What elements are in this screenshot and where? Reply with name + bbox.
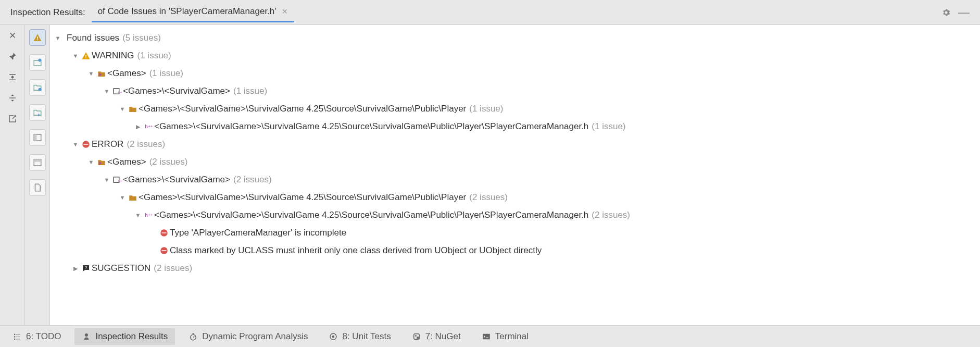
chevron-right-icon[interactable]: ▶: [133, 123, 143, 130]
folder-icon: [127, 193, 139, 202]
todo-icon: [12, 332, 22, 341]
chevron-right-icon[interactable]: ▶: [71, 265, 80, 272]
tree-row[interactable]: Class marked by UCLASS must inherit only…: [53, 242, 980, 259]
terminal-icon: [482, 332, 491, 341]
cpp-module-icon: ++: [111, 175, 123, 184]
tree-row[interactable]: Type 'APlayerCameraManager' is incomplet…: [53, 224, 980, 242]
tree-count: (1 issue): [233, 86, 267, 96]
tree-count: (2 issues): [592, 210, 630, 220]
file-icon[interactable]: [29, 179, 46, 196]
tree-label: <Games>\<SurvivalGame>\SurvivalGame 4.25…: [154, 210, 588, 220]
close-icon[interactable]: ✕: [5, 29, 20, 42]
footer-label: Dynamic Program Analysis: [202, 331, 308, 342]
root-label: Found issues: [67, 33, 119, 43]
svg-rect-6: [34, 134, 36, 141]
svg-line-29: [193, 336, 194, 337]
svg-rect-0: [37, 37, 38, 39]
chevron-down-icon[interactable]: ▼: [118, 194, 127, 201]
footer-mnemonic: 7: [425, 331, 430, 341]
chevron-down-icon[interactable]: ▼: [86, 70, 96, 77]
footer-btn-terminal[interactable]: Terminal: [474, 328, 536, 345]
svg-rect-35: [483, 333, 490, 339]
chevron-down-icon[interactable]: ▼: [53, 35, 62, 41]
tree-label: Type 'APlayerCameraManager' is incomplet…: [170, 228, 346, 238]
svg-point-33: [415, 335, 417, 337]
tree-count: (2 issues): [154, 263, 192, 274]
footer-label: Inspection Results: [95, 331, 168, 342]
footer-btn-stopwatch[interactable]: Dynamic Program Analysis: [181, 328, 315, 345]
footer-btn-todo[interactable]: 6: TODO: [5, 328, 68, 345]
svg-point-26: [85, 333, 88, 337]
footer-btn-tests[interactable]: 8: Unit Tests: [321, 328, 398, 345]
nuget-icon: [412, 332, 421, 341]
tree-row[interactable]: ▼<Games>\<SurvivalGame>\SurvivalGame 4.2…: [53, 100, 980, 118]
tree-row[interactable]: ▶?SUGGESTION(2 issues): [53, 259, 980, 277]
tree-root[interactable]: ▼ Found issues (5 issues): [53, 29, 980, 47]
footer-btn-inspect[interactable]: Inspection Results: [74, 328, 175, 345]
chevron-down-icon[interactable]: ▼: [133, 212, 143, 218]
footer-label: : NuGet: [430, 331, 461, 341]
tree-row[interactable]: ▼WARNING(1 issue): [53, 47, 980, 65]
main-area: ✕: [0, 25, 980, 325]
inspection-header: Inspection Results: of Code Issues in 'S…: [0, 0, 980, 25]
tree-label: <Games>\<SurvivalGame>: [123, 86, 230, 96]
project-icon: [96, 157, 107, 167]
inspect-icon: [82, 332, 91, 341]
tree-row[interactable]: ▼<Games>\<SurvivalGame>\SurvivalGame 4.2…: [53, 189, 980, 206]
pin-icon[interactable]: [5, 50, 20, 63]
tree-row[interactable]: ▼<Games>(1 issue): [53, 65, 980, 82]
tree-row[interactable]: ▼++<Games>\<SurvivalGame>(2 issues): [53, 171, 980, 189]
footer-label: : Unit Tests: [347, 331, 391, 341]
tree-row[interactable]: ▼<Games>(2 issues): [53, 153, 980, 171]
tree-row[interactable]: ▼++<Games>\<SurvivalGame>(1 issue): [53, 82, 980, 100]
svg-rect-16: [84, 144, 89, 145]
collapse-all-icon[interactable]: [5, 92, 20, 104]
cpp-module-icon: ++: [111, 86, 123, 96]
svg-rect-1: [37, 39, 38, 40]
tree-label: <Games>: [107, 68, 146, 79]
svg-rect-9: [85, 55, 86, 57]
tests-icon: [329, 332, 338, 341]
layout-1-icon[interactable]: [29, 129, 46, 146]
svg-text:++: ++: [148, 213, 153, 217]
group-by-directory-icon[interactable]: [29, 79, 46, 96]
svg-rect-24: [162, 250, 167, 251]
issues-tree[interactable]: ▼ Found issues (5 issues) ▼WARNING(1 iss…: [50, 25, 980, 325]
tab-title: of Code Issues in 'SPlayerCameraManager.…: [98, 6, 277, 17]
chevron-down-icon[interactable]: ▼: [86, 159, 96, 165]
footer-btn-nuget[interactable]: 7: NuGet: [405, 328, 468, 345]
layout-2-icon[interactable]: [29, 154, 46, 171]
chevron-down-icon[interactable]: ▼: [102, 88, 111, 94]
tree-row[interactable]: ▶h++<Games>\<SurvivalGame>\SurvivalGame …: [53, 118, 980, 135]
results-tab[interactable]: of Code Issues in 'SPlayerCameraManager.…: [92, 2, 294, 22]
group-by-file-icon[interactable]: [29, 104, 46, 121]
hpp-file-icon: h++: [143, 122, 154, 131]
export-icon[interactable]: [5, 113, 20, 125]
tree-label: <Games>\<SurvivalGame>\SurvivalGame 4.25…: [139, 104, 466, 114]
svg-point-31: [332, 335, 335, 338]
tool-rail-left: ✕: [0, 25, 25, 325]
svg-rect-28: [193, 333, 194, 334]
expand-all-icon[interactable]: [5, 71, 20, 83]
group-by-category-icon[interactable]: [29, 54, 46, 71]
svg-text:?: ?: [85, 265, 87, 270]
warning-icon: [80, 51, 92, 60]
close-icon[interactable]: ✕: [282, 7, 288, 16]
project-icon: [96, 69, 107, 78]
tree-label: WARNING: [92, 51, 134, 61]
svg-rect-22: [162, 232, 167, 233]
svg-text:h: h: [145, 213, 148, 218]
group-by-severity-icon[interactable]: [29, 29, 46, 46]
svg-point-34: [417, 337, 419, 339]
tree-row[interactable]: ▼h++<Games>\<SurvivalGame>\SurvivalGame …: [53, 206, 980, 224]
chevron-down-icon[interactable]: ▼: [118, 106, 127, 112]
footer-label: : TODO: [31, 331, 61, 341]
chevron-down-icon[interactable]: ▼: [71, 141, 80, 147]
svg-text:h: h: [145, 124, 148, 129]
tree-row[interactable]: ▼ERROR(2 issues): [53, 135, 980, 153]
bottom-toolbar: 6: TODOInspection ResultsDynamic Program…: [0, 325, 980, 347]
grouping-rail: [25, 25, 50, 325]
chevron-down-icon[interactable]: ▼: [102, 177, 111, 183]
gear-icon[interactable]: [941, 8, 951, 17]
chevron-down-icon[interactable]: ▼: [71, 53, 80, 59]
